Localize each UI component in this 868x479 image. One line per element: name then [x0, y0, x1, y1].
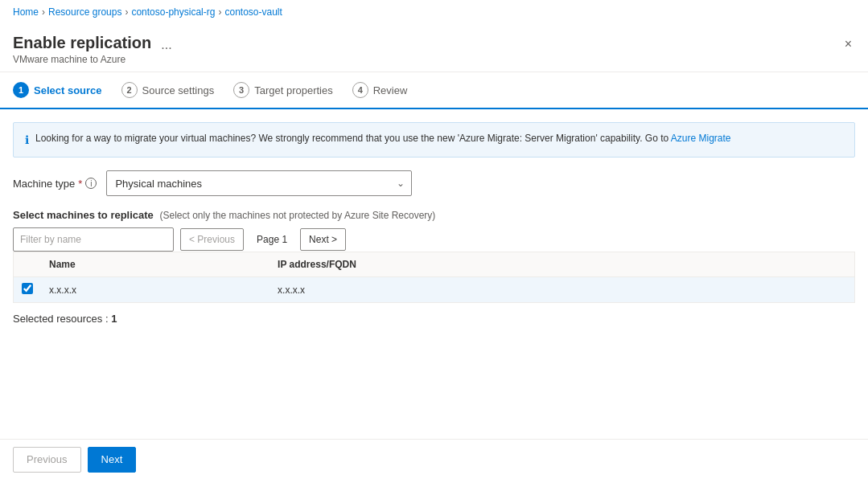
table-body: x.x.x.x x.x.x.x — [14, 277, 855, 303]
enable-replication-panel: Home › Resource groups › contoso-physica… — [0, 0, 868, 479]
selected-count: 1 — [111, 313, 117, 325]
machine-type-tooltip[interactable]: i — [85, 178, 97, 189]
step-4-circle: 4 — [352, 82, 368, 98]
machines-section-hint: (Select only the machines not protected … — [159, 210, 435, 221]
machines-table: Name IP address/FQDN x.x.x.x x.x.x.x — [13, 252, 855, 303]
selected-info: Selected resources : 1 — [13, 313, 855, 325]
machines-section-title: Select machines to replicate — [13, 209, 154, 221]
step-4-label: Review — [373, 84, 408, 96]
close-button[interactable]: × — [841, 34, 855, 55]
machine-type-label: Machine type * i — [13, 178, 97, 190]
panel-menu-button[interactable]: ... — [161, 38, 171, 52]
steps-bar: 1 Select source 2 Source settings 3 Targ… — [0, 72, 868, 109]
name-column-header: Name — [41, 252, 269, 277]
breadcrumb-resource-groups[interactable]: Resource groups — [48, 6, 121, 18]
row-checkbox-cell — [14, 277, 42, 303]
footer-previous-button[interactable]: Previous — [13, 447, 81, 473]
step-1[interactable]: 1 Select source — [13, 82, 102, 98]
table-controls: < Previous Page 1 Next > — [13, 227, 855, 252]
azure-migrate-link[interactable]: Azure Migrate — [671, 133, 731, 144]
content-area: ℹ Looking for a way to migrate your virt… — [0, 109, 868, 444]
step-1-label: Select source — [34, 84, 102, 96]
required-indicator: * — [78, 178, 82, 190]
row-checkbox[interactable] — [22, 283, 33, 294]
machines-section-header: Select machines to replicate (Select onl… — [13, 209, 855, 221]
machine-type-select[interactable]: Physical machinesVMware vSphere — [107, 171, 411, 195]
breadcrumb-home[interactable]: Home — [13, 6, 39, 18]
next-page-button[interactable]: Next > — [300, 228, 346, 251]
filter-input[interactable] — [13, 227, 174, 252]
step-3-circle: 3 — [233, 82, 249, 98]
step-2-label: Source settings — [142, 84, 215, 96]
info-banner: ℹ Looking for a way to migrate your virt… — [13, 122, 855, 158]
machine-type-select-wrapper: Physical machinesVMware vSphere ⌄ — [106, 170, 412, 196]
step-2-circle: 2 — [121, 82, 138, 98]
info-icon: ℹ — [25, 132, 29, 149]
breadcrumb: Home › Resource groups › contoso-physica… — [0, 0, 868, 24]
breadcrumb-contoso-physical-rg[interactable]: contoso-physical-rg — [131, 6, 215, 18]
panel-title: Enable replication — [13, 34, 151, 52]
info-banner-text: Looking for a way to migrate your virtua… — [35, 131, 731, 145]
breadcrumb-contoso-vault[interactable]: contoso-vault — [224, 6, 282, 18]
footer: Previous Next — [0, 439, 868, 479]
extra-column-header — [768, 252, 855, 277]
footer-next-button[interactable]: Next — [88, 447, 137, 473]
ip-column-header: IP address/FQDN — [269, 252, 768, 277]
row-name: x.x.x.x — [41, 277, 269, 303]
panel-title-area: Enable replication ... VMware machine to… — [13, 34, 172, 65]
panel-subtitle: VMware machine to Azure — [13, 54, 172, 65]
step-3[interactable]: 3 Target properties — [233, 82, 333, 98]
previous-page-button[interactable]: < Previous — [180, 228, 244, 251]
checkbox-header-cell — [14, 252, 42, 277]
step-1-circle: 1 — [13, 82, 29, 98]
step-3-label: Target properties — [254, 84, 333, 96]
row-ip: x.x.x.x — [269, 277, 768, 303]
panel-header: Enable replication ... VMware machine to… — [0, 24, 868, 72]
row-extra — [768, 277, 855, 303]
step-2[interactable]: 2 Source settings — [121, 82, 215, 98]
page-indicator: Page 1 — [250, 234, 294, 245]
machine-type-row: Machine type * i Physical machinesVMware… — [13, 170, 855, 196]
table-row: x.x.x.x x.x.x.x — [14, 277, 855, 303]
table-header: Name IP address/FQDN — [14, 252, 855, 277]
step-4[interactable]: 4 Review — [352, 82, 408, 98]
